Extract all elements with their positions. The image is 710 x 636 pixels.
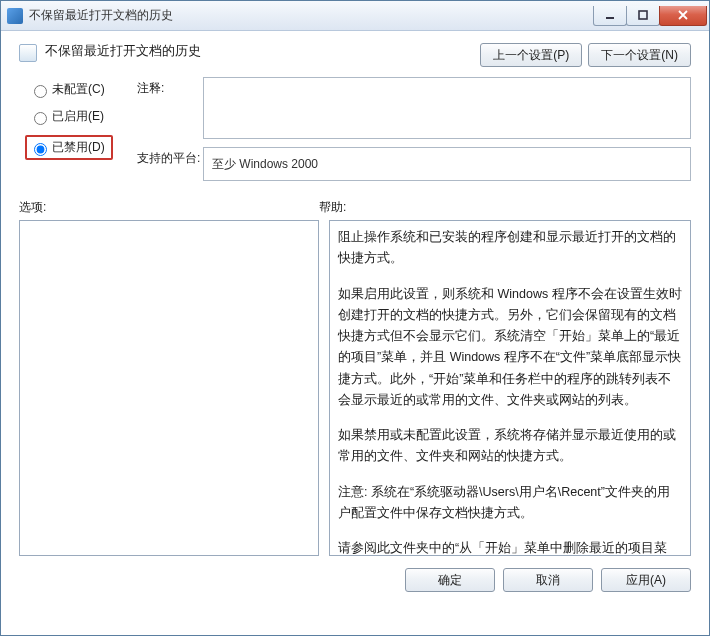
footer-buttons: 确定 取消 应用(A) bbox=[1, 556, 709, 592]
radio-enabled[interactable]: 已启用(E) bbox=[29, 108, 137, 125]
window-controls bbox=[593, 6, 709, 26]
help-paragraph: 请参阅此文件夹中的“从「开始」菜单中删除最近的项目菜单”策略和“退出时清除最近打… bbox=[338, 538, 682, 556]
pane-labels: 选项: 帮助: bbox=[1, 189, 709, 220]
radio-not-configured[interactable]: 未配置(C) bbox=[29, 81, 137, 98]
radio-enabled-input[interactable] bbox=[34, 112, 47, 125]
minimize-button[interactable] bbox=[593, 6, 627, 26]
policy-icon bbox=[19, 44, 37, 62]
options-label: 选项: bbox=[19, 199, 319, 216]
help-label: 帮助: bbox=[319, 199, 346, 216]
platform-value: 至少 Windows 2000 bbox=[203, 147, 691, 181]
app-icon bbox=[7, 8, 23, 24]
apply-button[interactable]: 应用(A) bbox=[601, 568, 691, 592]
help-paragraph: 阻止操作系统和已安装的程序创建和显示最近打开的文档的快捷方式。 bbox=[338, 227, 682, 270]
panes: 阻止操作系统和已安装的程序创建和显示最近打开的文档的快捷方式。如果启用此设置，则… bbox=[1, 220, 709, 556]
close-button[interactable] bbox=[659, 6, 707, 26]
config-section: 未配置(C) 已启用(E) 已禁用(D) 注释: 支持的平台: 至少 Windo… bbox=[1, 75, 709, 189]
maximize-button[interactable] bbox=[626, 6, 660, 26]
radio-not-configured-label: 未配置(C) bbox=[52, 81, 105, 98]
cancel-button[interactable]: 取消 bbox=[503, 568, 593, 592]
help-pane[interactable]: 阻止操作系统和已安装的程序创建和显示最近打开的文档的快捷方式。如果启用此设置，则… bbox=[329, 220, 691, 556]
radio-enabled-label: 已启用(E) bbox=[52, 108, 104, 125]
comment-label: 注释: bbox=[137, 77, 203, 139]
options-pane[interactable] bbox=[19, 220, 319, 556]
next-setting-button[interactable]: 下一个设置(N) bbox=[588, 43, 691, 67]
svg-rect-0 bbox=[606, 17, 614, 19]
state-radios: 未配置(C) 已启用(E) 已禁用(D) bbox=[29, 77, 137, 189]
platform-label: 支持的平台: bbox=[137, 147, 203, 181]
ok-button[interactable]: 确定 bbox=[405, 568, 495, 592]
radio-disabled[interactable]: 已禁用(D) bbox=[25, 135, 113, 160]
help-paragraph: 注意: 系统在“系统驱动器\Users\用户名\Recent”文件夹的用户配置文… bbox=[338, 482, 682, 525]
help-paragraph: 如果禁用或未配置此设置，系统将存储并显示最近使用的或常用的文件、文件夹和网站的快… bbox=[338, 425, 682, 468]
radio-not-configured-input[interactable] bbox=[34, 85, 47, 98]
fields-column: 注释: 支持的平台: 至少 Windows 2000 bbox=[137, 77, 691, 189]
radio-disabled-input[interactable] bbox=[34, 143, 47, 156]
page-title: 不保留最近打开文档的历史 bbox=[45, 43, 201, 60]
radio-disabled-label: 已禁用(D) bbox=[52, 139, 105, 156]
window-title: 不保留最近打开文档的历史 bbox=[29, 7, 173, 24]
svg-rect-1 bbox=[639, 11, 647, 19]
comment-input[interactable] bbox=[203, 77, 691, 139]
header: 不保留最近打开文档的历史 上一个设置(P) 下一个设置(N) bbox=[1, 31, 709, 75]
help-paragraph: 如果启用此设置，则系统和 Windows 程序不会在设置生效时创建打开的文档的快… bbox=[338, 284, 682, 412]
prev-setting-button[interactable]: 上一个设置(P) bbox=[480, 43, 582, 67]
titlebar: 不保留最近打开文档的历史 bbox=[1, 1, 709, 31]
